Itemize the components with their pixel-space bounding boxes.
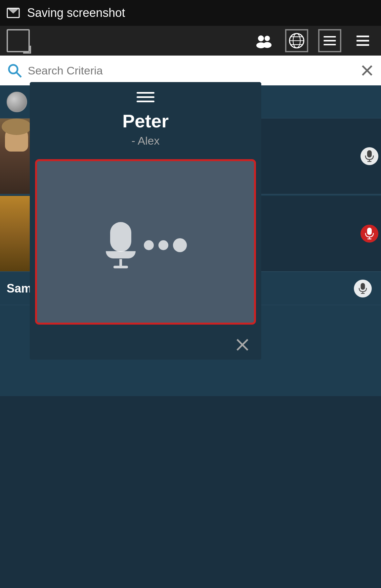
- mic-foot: [113, 266, 128, 268]
- large-mic-icon: [104, 222, 137, 262]
- search-bar: [0, 56, 381, 85]
- globe-ball-icon: [7, 92, 27, 112]
- mic-stand: [119, 259, 122, 266]
- modal-contact-sub: - Alex: [36, 134, 255, 147]
- svg-rect-24: [367, 228, 372, 235]
- modal-footer: [30, 330, 261, 360]
- mic-white-button-1[interactable]: [358, 118, 381, 194]
- screenshot-icon: [5, 5, 21, 21]
- contact-photo-2: [0, 196, 33, 271]
- hamburger-menu-button[interactable]: [351, 29, 374, 52]
- svg-point-2: [258, 35, 264, 41]
- dot-1: [144, 240, 154, 250]
- saving-text: Saving screenshot: [27, 6, 125, 20]
- mic-red-button[interactable]: [358, 196, 381, 271]
- svg-point-5: [263, 42, 272, 48]
- nav-square-button[interactable]: [7, 29, 30, 52]
- mic-body: [110, 222, 131, 252]
- recording-dots: [144, 238, 187, 252]
- mic-white-button-2[interactable]: [351, 280, 374, 297]
- people-icon-button[interactable]: [252, 29, 275, 52]
- list-icon-button[interactable]: [318, 29, 341, 52]
- modal-contact-name: Peter: [36, 110, 255, 132]
- voice-modal: Peter - Alex: [30, 82, 261, 360]
- search-icon: [7, 63, 22, 78]
- contact-photo-1: [0, 118, 33, 194]
- modal-menu-icon: [36, 92, 255, 102]
- dot-2: [158, 240, 168, 250]
- menu-line-1: [137, 92, 154, 94]
- globe-icon-button[interactable]: [285, 29, 308, 52]
- search-clear-button[interactable]: [360, 63, 374, 78]
- menu-line-3: [137, 101, 154, 102]
- mic-base: [106, 251, 136, 258]
- nav-bar: [0, 26, 381, 56]
- svg-rect-27: [361, 283, 365, 290]
- svg-marker-1: [7, 8, 19, 14]
- svg-line-18: [16, 72, 21, 77]
- bottom-area: [0, 396, 381, 588]
- svg-rect-21: [367, 150, 372, 158]
- menu-line-2: [137, 96, 154, 98]
- dot-3: [173, 238, 187, 252]
- svg-point-4: [265, 36, 270, 41]
- mic-animation-container: [104, 222, 187, 262]
- modal-close-button[interactable]: [233, 336, 251, 354]
- voice-recording-area: [35, 159, 256, 325]
- status-bar: Saving screenshot: [0, 0, 381, 26]
- search-input[interactable]: [28, 64, 355, 77]
- modal-header: Peter - Alex: [30, 82, 261, 154]
